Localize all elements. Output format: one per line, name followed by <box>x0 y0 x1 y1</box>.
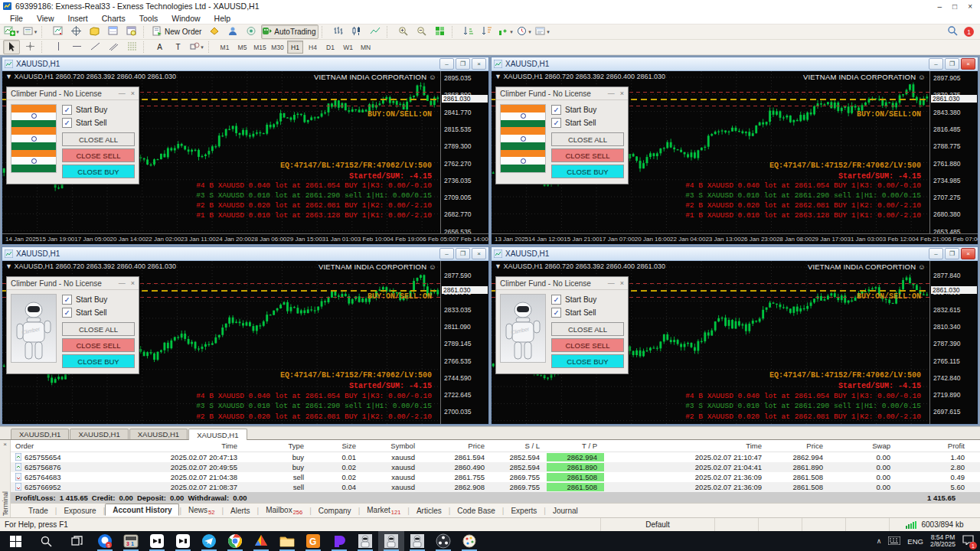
chart-minimize-button[interactable]: – <box>439 58 454 70</box>
ea-panel[interactable]: Climber Fund - No License—×✓Start Buy✓St… <box>6 86 139 184</box>
column-header-price[interactable]: Price <box>769 442 830 450</box>
menu-tools[interactable]: Tools <box>132 14 165 23</box>
start-buy-checkbox[interactable]: ✓Start Buy <box>62 294 135 305</box>
close-button[interactable]: × <box>968 2 972 11</box>
terminal-tab-market[interactable]: Market121 <box>360 505 407 517</box>
chart-minimize-button[interactable]: – <box>929 248 943 259</box>
terminal-tab-code-base[interactable]: Code Base <box>450 506 501 516</box>
close-sell-button[interactable]: CLOSE SELL <box>62 338 135 352</box>
zoom-in-button[interactable] <box>395 24 412 39</box>
notification-badge[interactable]: 1 <box>964 27 974 37</box>
chart-window-titlebar[interactable]: XAUUSD,H1–❐× <box>2 57 488 71</box>
price-scale[interactable]: 2897.9052870.2752843.3802816.4852788.775… <box>929 71 978 244</box>
trendline-tool-button[interactable] <box>87 40 103 54</box>
price-scale[interactable]: 2877.8402854.8902832.6152810.3402787.390… <box>929 261 978 424</box>
menu-insert[interactable]: Insert <box>61 14 95 23</box>
column-header-sl[interactable]: S / L <box>492 442 547 450</box>
timeframe-m15-button[interactable]: M15 <box>252 41 268 54</box>
close-all-button[interactable]: CLOSE ALL <box>551 132 624 146</box>
text-tool-button[interactable]: A <box>152 40 168 54</box>
obs-icon[interactable] <box>430 531 456 551</box>
column-header-profit[interactable]: Profit <box>897 442 972 450</box>
new-order-button[interactable]: New Order <box>152 24 204 39</box>
chrome-icon[interactable] <box>222 531 248 551</box>
ea-minimize-icon[interactable]: — <box>119 279 126 287</box>
file-explorer-icon[interactable] <box>274 531 300 551</box>
start-sell-checkbox[interactable]: ✓Start Sell <box>62 117 135 129</box>
chart-minimize-button[interactable]: – <box>439 248 454 259</box>
time-axis[interactable]: 14 Jan 202515 Jan 19:0017 Jan 05:0020 Ja… <box>2 233 488 244</box>
expert-properties-button[interactable] <box>224 24 241 39</box>
close-buy-button[interactable]: CLOSE BUY <box>62 354 135 368</box>
terminal-close-icon[interactable]: × <box>3 440 7 448</box>
column-header-order[interactable]: Order <box>11 442 103 450</box>
chart-tab-4[interactable]: XAUUSD,H1 <box>188 429 247 440</box>
timeframe-w1-button[interactable]: W1 <box>340 41 356 54</box>
timeframe-m30-button[interactable]: M30 <box>270 41 286 54</box>
purple-app-icon[interactable] <box>326 531 352 551</box>
tile-windows-button[interactable] <box>432 24 449 39</box>
market-watch-button[interactable] <box>50 24 67 39</box>
mt4-instance-icon-1[interactable] <box>352 531 378 551</box>
chart-area[interactable]: ▼ XAUUSD,H1 2860.720 2863.392 2860.400 2… <box>2 261 488 424</box>
history-row[interactable]: 6257646832025.02.07 21:04:38sell0.02xauu… <box>11 472 980 482</box>
terminal-tab-journal[interactable]: Journal <box>546 506 585 516</box>
zoom-out-button[interactable] <box>413 24 430 39</box>
column-header-size[interactable]: Size <box>311 442 363 450</box>
chart-restore-button[interactable]: ❐ <box>945 58 959 70</box>
candlestick-chart-button[interactable] <box>348 24 365 39</box>
close-buy-button[interactable]: CLOSE BUY <box>62 165 135 178</box>
start-sell-checkbox[interactable]: ✓Start Sell <box>551 307 624 318</box>
search-icon[interactable] <box>947 25 958 39</box>
terminal-tab-alerts[interactable]: Alerts <box>224 506 257 516</box>
price-scale[interactable]: 2895.0352868.8002841.7702815.5352789.300… <box>440 71 488 244</box>
chart-restore-button[interactable]: ❐ <box>456 248 470 259</box>
auto-scroll-button[interactable] <box>460 24 477 39</box>
bar-chart-button[interactable] <box>330 24 347 39</box>
start-buy-checkbox[interactable]: ✓Start Buy <box>551 294 624 305</box>
close-buy-button[interactable]: CLOSE BUY <box>551 354 624 368</box>
ea-close-icon[interactable]: × <box>131 279 135 287</box>
ea-minimize-icon[interactable]: — <box>119 90 126 97</box>
column-header-time[interactable]: Time <box>604 442 769 450</box>
timeframe-mn-button[interactable]: MN <box>358 41 374 54</box>
history-row[interactable]: 6257556542025.02.07 20:47:13buy0.01xauus… <box>11 452 980 462</box>
close-all-button[interactable]: CLOSE ALL <box>551 322 624 336</box>
crosshair-tool-button[interactable] <box>21 40 38 54</box>
start-buy-checkbox[interactable]: ✓Start Buy <box>551 104 624 116</box>
horizontal-line-tool-button[interactable] <box>68 40 85 54</box>
close-buy-button[interactable]: CLOSE BUY <box>551 165 624 178</box>
chart-area[interactable]: ▼ XAUUSD,H1 2860.720 2863.392 2860.400 2… <box>2 71 488 244</box>
history-row[interactable]: 6257669522025.02.07 21:08:37sell0.04xauu… <box>11 482 980 492</box>
g-app-icon[interactable]: G <box>300 531 326 551</box>
chart-restore-button[interactable]: ❐ <box>456 58 470 70</box>
chart-tab-2[interactable]: XAUUSD,H1 <box>70 429 128 439</box>
ea-panel[interactable]: Climber Fund - No License—×Climber✓Start… <box>6 276 139 374</box>
chart-tab-3[interactable]: XAUUSD,H1 <box>129 429 188 439</box>
line-chart-button[interactable] <box>367 24 384 39</box>
menu-window[interactable]: Window <box>165 14 207 23</box>
menu-charts[interactable]: Charts <box>95 14 132 23</box>
chart-area[interactable]: ▼ XAUUSD,H1 2860.720 2863.392 2860.400 2… <box>492 261 978 424</box>
strategy-tester-button[interactable] <box>123 24 140 39</box>
tray-chevron-icon[interactable]: ∧ <box>877 537 882 545</box>
terminal-tab-news[interactable]: News52 <box>181 505 221 517</box>
menu-view[interactable]: View <box>30 14 61 23</box>
time-axis[interactable]: 13 Jan 202514 Jan 12:0015 Jan 21:0017 Ja… <box>492 233 978 244</box>
templates-button[interactable]: ▾ <box>534 24 550 39</box>
timeframe-m1-button[interactable]: M1 <box>217 41 233 54</box>
chart-minimize-button[interactable]: – <box>929 58 943 70</box>
chart-restore-button[interactable]: ❐ <box>945 248 959 259</box>
timeframe-d1-button[interactable]: D1 <box>322 41 338 54</box>
ea-close-icon[interactable]: × <box>620 90 624 97</box>
mt4-instance-icon-2[interactable] <box>378 531 404 551</box>
column-header-symbol[interactable]: Symbol <box>363 442 422 450</box>
terminal-tab-account-history[interactable]: Account History <box>105 504 179 516</box>
close-all-button[interactable]: CLOSE ALL <box>62 132 135 146</box>
language-indicator[interactable]: ENG <box>907 537 923 546</box>
chart-window-titlebar[interactable]: XAUUSD,H1–❐× <box>492 247 978 261</box>
capcut-icon[interactable] <box>144 531 170 551</box>
chart-close-button[interactable]: × <box>472 58 486 70</box>
taskbar-clock[interactable]: 8:54 PM2/8/2025 <box>930 534 956 548</box>
close-sell-button[interactable]: CLOSE SELL <box>551 338 624 352</box>
